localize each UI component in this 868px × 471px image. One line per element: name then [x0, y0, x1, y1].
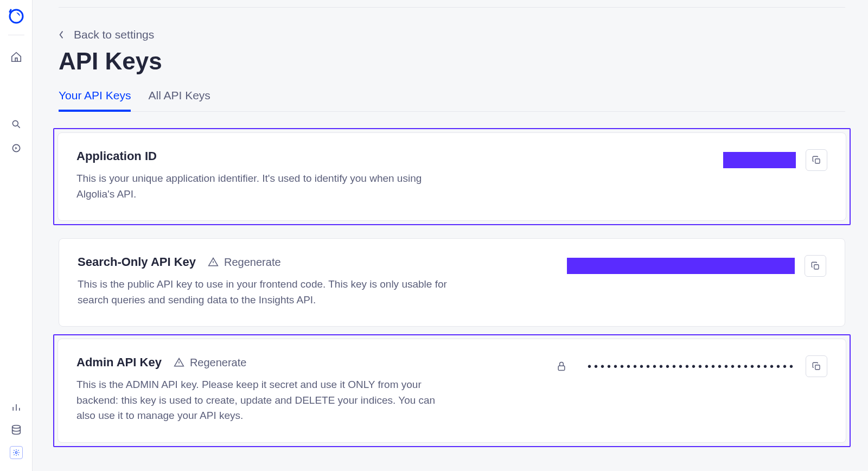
main-content: Back to settings API Keys Your API Keys … — [33, 0, 868, 471]
recommend-icon[interactable] — [10, 142, 23, 155]
svg-point-3 — [12, 425, 20, 429]
settings-icon[interactable] — [10, 446, 23, 459]
warning-icon — [208, 257, 219, 268]
chevron-left-icon — [59, 31, 66, 39]
regenerate-label: Regenerate — [190, 357, 247, 369]
svg-point-0 — [10, 10, 23, 23]
svg-rect-5 — [815, 159, 820, 163]
tab-all-api-keys[interactable]: All API Keys — [148, 89, 210, 112]
search-icon[interactable] — [10, 118, 23, 131]
home-icon[interactable] — [10, 50, 23, 63]
lock-icon — [556, 361, 567, 372]
svg-point-1 — [12, 120, 18, 126]
application-id-section: Application ID This is your unique appli… — [53, 128, 851, 225]
regenerate-search-key-button[interactable]: Regenerate — [208, 256, 281, 269]
copy-search-key-button[interactable] — [805, 255, 826, 277]
svg-rect-7 — [558, 366, 565, 370]
top-border — [59, 0, 845, 8]
sidebar-divider — [8, 35, 24, 35]
admin-key-desc: This is the ADMIN API key. Please keep i… — [76, 377, 456, 424]
search-only-desc: This is the public API key to use in you… — [78, 277, 457, 308]
page-title: API Keys — [59, 48, 845, 75]
copy-application-id-button[interactable] — [806, 149, 827, 171]
warning-icon — [174, 357, 184, 368]
back-to-settings-link[interactable]: Back to settings — [59, 28, 845, 41]
application-id-desc: This is your unique application identifi… — [76, 171, 456, 202]
admin-key-masked-value: •••••••••••••••••••••••••••••••• — [588, 360, 796, 373]
copy-admin-key-button[interactable] — [806, 355, 827, 377]
admin-key-section: Admin API Key Regenerate This is the ADM… — [53, 334, 851, 447]
sidebar — [0, 0, 33, 471]
application-id-value-redacted — [723, 152, 796, 168]
back-label: Back to settings — [74, 28, 154, 41]
svg-point-4 — [15, 451, 17, 454]
admin-key-title: Admin API Key — [76, 355, 162, 370]
search-only-section: Search-Only API Key Regenerate This is t… — [59, 238, 845, 327]
tabs: Your API Keys All API Keys — [59, 89, 845, 112]
search-only-title: Search-Only API Key — [78, 255, 196, 269]
analytics-icon[interactable] — [10, 400, 23, 413]
svg-rect-6 — [814, 265, 819, 269]
application-id-title: Application ID — [76, 149, 157, 163]
tab-your-api-keys[interactable]: Your API Keys — [59, 89, 131, 112]
search-key-value-redacted — [567, 258, 795, 274]
svg-rect-8 — [815, 365, 820, 370]
logo-icon — [8, 8, 25, 25]
regenerate-label: Regenerate — [224, 256, 281, 269]
regenerate-admin-key-button[interactable]: Regenerate — [174, 357, 247, 369]
database-icon[interactable] — [10, 423, 23, 436]
